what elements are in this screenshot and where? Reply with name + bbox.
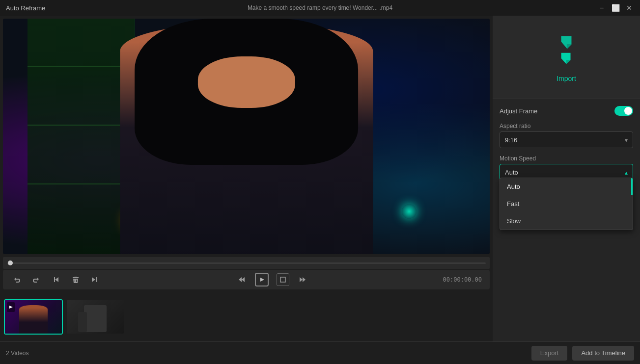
motion-speed-dropdown: Auto Fast Slow	[500, 178, 633, 230]
import-icon-area	[557, 32, 576, 68]
aspect-ratio-value: 9:16	[505, 136, 517, 144]
app-title: Auto Reframe	[6, 4, 45, 12]
svg-marker-4	[566, 60, 571, 64]
video-area: 00:00:00.00	[0, 16, 493, 341]
aspect-ratio-chevron	[625, 136, 628, 144]
adjust-frame-title: Adjust Frame	[500, 107, 537, 115]
dropdown-item-fast[interactable]: Fast	[500, 195, 633, 212]
aspect-ratio-label: Aspect ratio	[500, 123, 633, 130]
time-display: 00:00:00.00	[443, 276, 482, 283]
motion-speed-chevron	[625, 169, 628, 176]
titlebar: Auto Reframe Make a smooth speed ramp ev…	[0, 0, 640, 16]
thumbnail-strip	[0, 292, 493, 341]
svg-rect-0	[280, 277, 285, 282]
motion-speed-value: Auto	[505, 169, 518, 176]
import-button[interactable]: Import	[557, 75, 576, 82]
dropdown-item-slow[interactable]: Slow	[500, 212, 633, 230]
frame-mode-button[interactable]	[277, 273, 289, 286]
svg-marker-1	[561, 36, 572, 48]
footer-bar: 2 Videos Export Add to Timeline	[0, 341, 640, 364]
step-fwd-button[interactable]	[297, 274, 309, 286]
motion-speed-label: Motion Speed	[500, 155, 633, 162]
main-content: 00:00:00.00	[0, 16, 640, 341]
step-back-button[interactable]	[235, 274, 247, 286]
logo-icon-top	[557, 32, 576, 52]
export-button[interactable]: Export	[531, 346, 568, 361]
undo-button[interactable]	[11, 274, 23, 286]
redo-button[interactable]	[30, 274, 42, 286]
first-frame-button[interactable]	[50, 274, 62, 286]
dropdown-slow-label: Slow	[507, 217, 521, 225]
svg-marker-3	[561, 52, 571, 64]
last-frame-button[interactable]	[89, 274, 101, 286]
scrubber-thumb[interactable]	[8, 260, 13, 265]
aspect-ratio-select[interactable]: 9:16	[500, 131, 633, 148]
play-button[interactable]	[255, 273, 269, 286]
adjust-frame-header: Adjust Frame	[500, 106, 633, 116]
video-preview	[3, 19, 490, 254]
video-count-label: 2 Videos	[6, 350, 28, 357]
dropdown-selected-indicator	[631, 178, 633, 195]
minimize-button[interactable]: −	[597, 3, 607, 13]
settings-panel: Adjust Frame Aspect ratio 9:16 Motion Sp…	[493, 99, 640, 341]
scrubber-track[interactable]	[7, 262, 486, 264]
logo-icon-bottom	[557, 50, 575, 68]
right-panel: Import Adjust Frame Aspect ratio 9:16	[493, 16, 640, 341]
add-to-timeline-button[interactable]: Add to Timeline	[572, 346, 634, 361]
aspect-ratio-field: Aspect ratio 9:16	[500, 123, 633, 148]
thumbnail-2[interactable]	[66, 299, 125, 335]
restore-button[interactable]: ⬜	[611, 3, 620, 13]
filename-label: Make a smooth speed ramp every time! Won…	[248, 4, 392, 11]
video-frame	[3, 19, 490, 254]
svg-marker-2	[567, 44, 572, 49]
dropdown-auto-label: Auto	[507, 183, 520, 190]
dropdown-fast-label: Fast	[507, 200, 519, 208]
close-button[interactable]: ✕	[624, 3, 634, 13]
dropdown-item-auto[interactable]: Auto	[500, 178, 633, 195]
adjust-frame-toggle[interactable]	[614, 106, 633, 116]
toggle-knob	[624, 107, 632, 115]
timeline-scrubber[interactable]	[3, 257, 490, 269]
controls-bar: 00:00:00.00	[3, 270, 490, 289]
thumbnail-1[interactable]	[4, 299, 63, 335]
motion-speed-field: Motion Speed Auto	[500, 155, 633, 181]
logo-bottom-svg	[557, 50, 575, 68]
delete-button[interactable]	[70, 274, 82, 286]
import-section: Import	[493, 16, 640, 99]
window-controls: − ⬜ ✕	[597, 3, 634, 13]
